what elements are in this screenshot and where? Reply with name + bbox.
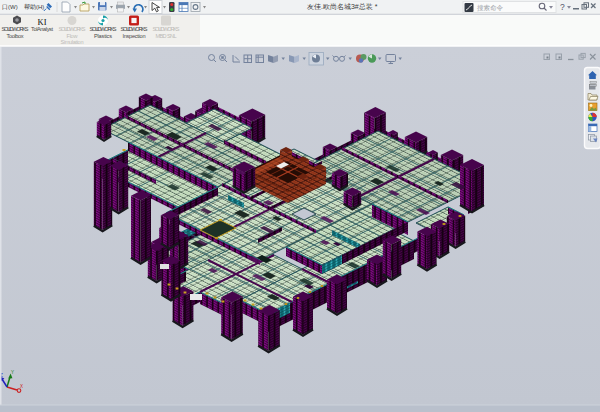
svg-text:SOLIDWORKS: SOLIDWORKS [2,26,29,32]
svg-text:Simulation: Simulation [61,39,84,45]
svg-text:Plastics: Plastics [94,33,112,39]
svg-text:SOLIDWORKS: SOLIDWORKS [153,26,180,32]
svg-text:Toolbox: Toolbox [7,33,24,39]
svg-text:SOLIDWORKS: SOLIDWORKS [121,26,148,32]
svg-text:SOLIDWORKS: SOLIDWORKS [90,26,117,32]
svg-text:Flow: Flow [67,33,79,39]
svg-text:?: ? [560,2,565,12]
svg-text:友佳.欧尚名城3#总装 *: 友佳.欧尚名城3#总装 * [307,3,378,11]
svg-text:MBD SNL: MBD SNL [156,33,177,39]
svg-text:Y: Y [11,370,14,375]
svg-text:口(W): 口(W) [2,4,18,11]
svg-text:Inspection: Inspection [123,33,146,39]
svg-text:帮助(H): 帮助(H) [24,3,44,10]
svg-text:搜索命令: 搜索命令 [477,4,504,12]
svg-text:SOLIDWORKS: SOLIDWORKS [59,26,86,32]
svg-text:X: X [20,384,23,389]
svg-text:TolAnalyst: TolAnalyst [31,26,53,32]
